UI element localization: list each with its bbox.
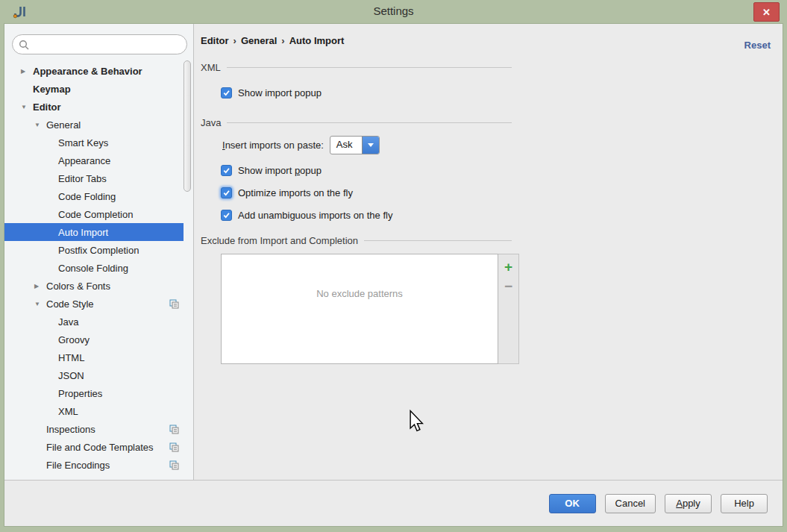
sidebar-item-groovy[interactable]: Groovy (4, 331, 184, 348)
sidebar-item-xml[interactable]: XML (4, 402, 184, 420)
title-bar: Settings ✕ (0, 0, 787, 23)
chevron-right-icon[interactable]: ▶ (34, 283, 46, 290)
checkbox-checked-icon[interactable] (221, 87, 232, 98)
sidebar-item-console-folding[interactable]: Console Folding (4, 259, 184, 277)
exclude-patterns-list[interactable]: No exclude patterns (221, 254, 498, 364)
xml-section-header: XML (201, 62, 512, 73)
sidebar-item-code-style[interactable]: ▼Code Style (4, 295, 184, 313)
help-button[interactable]: Help (721, 494, 768, 513)
sidebar-item-appearance[interactable]: Appearance (4, 151, 184, 169)
sidebar-item-java[interactable]: Java (4, 313, 184, 331)
empty-list-text: No exclude patterns (316, 288, 403, 299)
apply-button[interactable]: Apply (665, 494, 712, 513)
sidebar-item-json[interactable]: JSON (4, 366, 184, 384)
sidebar-item-code-completion[interactable]: Code Completion (4, 205, 184, 223)
breadcrumb-general[interactable]: General (241, 35, 277, 46)
cancel-button[interactable]: Cancel (605, 494, 656, 513)
chevron-down-icon[interactable]: ▼ (21, 104, 33, 110)
java-section-header: Java (201, 117, 512, 128)
breadcrumb-separator: › (281, 35, 284, 46)
sidebar-item-label: Keymap (33, 84, 71, 95)
sidebar-item-live-templates[interactable]: Live Templates (4, 474, 184, 480)
exclude-list-toolbar: + − (498, 254, 519, 364)
sidebar-item-label: HTML (58, 352, 84, 363)
minus-icon: − (504, 279, 512, 293)
sidebar-item-html[interactable]: HTML (4, 348, 184, 366)
sidebar-item-label: File and Code Templates (46, 442, 154, 453)
sidebar-item-appearance-behavior[interactable]: ▶Appearance & Behavior (4, 62, 184, 80)
sidebar-item-properties[interactable]: Properties (4, 384, 184, 402)
breadcrumb-separator: › (233, 35, 236, 46)
settings-search-input[interactable] (33, 37, 181, 52)
settings-content: Editor › General › Auto Import Reset XML (194, 24, 783, 480)
sidebar-item-label: Inspections (46, 424, 95, 435)
settings-tree: ▶Appearance & BehaviorKeymap▼Editor▼Gene… (4, 62, 184, 480)
sidebar-item-label: File Encodings (46, 460, 110, 471)
combobox-value: Ask (330, 137, 362, 154)
sidebar-item-code-folding[interactable]: Code Folding (4, 187, 184, 205)
close-button[interactable]: ✕ (753, 2, 780, 22)
optimize-imports-checkbox-row[interactable]: Optimize imports on the fly (221, 184, 783, 201)
sidebar-item-smart-keys[interactable]: Smart Keys (4, 134, 184, 151)
breadcrumb-auto-import: Auto Import (289, 35, 345, 46)
sidebar-item-postfix-completion[interactable]: Postfix Completion (4, 241, 184, 259)
exclude-section-header: Exclude from Import and Completion (201, 235, 512, 246)
sidebar-item-label: Appearance & Behavior (33, 66, 142, 77)
window-title: Settings (0, 4, 787, 17)
chevron-down-icon[interactable]: ▼ (34, 122, 46, 128)
chevron-down-icon[interactable]: ▼ (34, 301, 46, 307)
add-unambiguous-imports-checkbox-row[interactable]: Add unambiguous imports on the fly (221, 207, 783, 223)
sidebar-item-inspections[interactable]: Inspections (4, 420, 184, 438)
remove-pattern-button[interactable]: − (501, 278, 517, 294)
java-section-title: Java (201, 117, 221, 128)
combobox-dropdown-button[interactable] (362, 137, 379, 154)
sidebar-item-label: Colors & Fonts (46, 281, 110, 292)
checkbox-label: Show import popup (238, 87, 322, 98)
reset-link[interactable]: Reset (744, 40, 771, 51)
sidebar-item-label: Postfix Completion (58, 245, 139, 256)
search-icon (19, 40, 29, 50)
sidebar-item-label: XML (58, 406, 78, 417)
sidebar-item-label: Live Templates (46, 478, 110, 481)
sidebar-item-editor-tabs[interactable]: Editor Tabs (4, 169, 184, 187)
sidebar-item-label: Code Style (46, 298, 94, 310)
sidebar-item-colors-fonts[interactable]: ▶Colors & Fonts (4, 277, 184, 295)
section-divider (227, 122, 512, 123)
sidebar-item-label: Auto Import (58, 227, 108, 238)
insert-imports-row: Insert imports on paste: Ask (222, 135, 783, 155)
checkbox-checked-icon[interactable] (221, 210, 232, 221)
chevron-right-icon[interactable]: ▶ (21, 68, 33, 75)
close-icon: ✕ (762, 7, 771, 18)
sidebar-item-label: Editor Tabs (58, 173, 107, 184)
sidebar-item-label: Smart Keys (58, 137, 108, 148)
search-box[interactable] (12, 34, 187, 54)
java-show-import-popup-checkbox-row[interactable]: Show import popup (221, 162, 783, 178)
checkbox-checked-icon[interactable] (221, 165, 232, 176)
section-divider (364, 240, 512, 241)
chevron-down-icon (368, 143, 374, 147)
ok-button[interactable]: OK (549, 494, 596, 513)
checkbox-label: Optimize imports on the fly (238, 187, 353, 198)
add-pattern-button[interactable]: + (501, 258, 517, 275)
sidebar-item-file-encodings[interactable]: File Encodings (4, 456, 184, 474)
settings-sidebar: ▶Appearance & BehaviorKeymap▼Editor▼Gene… (4, 24, 194, 480)
checkbox-label: Show import popup (238, 165, 322, 176)
sidebar-item-label: JSON (58, 370, 84, 381)
sidebar-item-label: Java (58, 316, 78, 328)
sidebar-item-label: Properties (58, 388, 102, 399)
sidebar-item-file-and-code-templates[interactable]: File and Code Templates (4, 438, 184, 456)
xml-show-import-popup-checkbox-row[interactable]: Show import popup (221, 84, 783, 101)
sidebar-item-keymap[interactable]: Keymap (4, 80, 184, 98)
sidebar-item-auto-import[interactable]: Auto Import (4, 223, 184, 241)
sidebar-item-general[interactable]: ▼General (4, 116, 184, 134)
sidebar-item-editor[interactable]: ▼Editor (4, 98, 184, 116)
checkbox-checked-icon[interactable] (221, 187, 232, 198)
sidebar-item-label: General (46, 119, 81, 131)
breadcrumb: Editor › General › Auto Import (201, 35, 783, 46)
main-area: ▶Appearance & BehaviorKeymap▼Editor▼Gene… (4, 24, 783, 480)
insert-imports-combobox[interactable]: Ask (330, 136, 380, 154)
breadcrumb-editor[interactable]: Editor (201, 35, 229, 46)
sidebar-item-label: Code Folding (58, 191, 116, 202)
sidebar-item-label: Appearance (58, 155, 110, 166)
sidebar-scrollbar-thumb[interactable] (184, 60, 191, 192)
